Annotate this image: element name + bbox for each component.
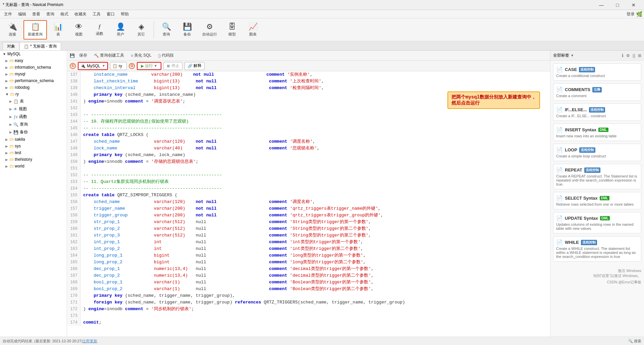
sidebar-item-robodog[interactable]: ▶ 🗃 robodog (0, 84, 67, 91)
menu-view[interactable]: 查看 (30, 10, 43, 18)
snippet-ifelse-title: IF...ELSE... (565, 107, 587, 112)
snippet-update-icon: 📄 (556, 215, 563, 221)
sidebar-root-mysql[interactable]: ▼ MySQL (0, 51, 67, 57)
backup-button[interactable]: 💾 备份 (177, 20, 197, 40)
table-button[interactable]: 📊 表 (48, 20, 68, 40)
snippet-repeat[interactable]: 📄 REPEAT 流程控制 Create A REPEAT construct.… (553, 164, 641, 189)
model-button[interactable]: 🗄 模型 (222, 20, 242, 40)
right-panel: 全部标签 ▼ ℹ ⚙ () ⊞ 📄 CASE 流程控制 Create a con… (550, 51, 644, 337)
save-button[interactable]: 保存 (77, 52, 90, 59)
beautify-button[interactable]: ≡ 美化 SQL (128, 52, 154, 59)
code-line-156: 156 sched_name varchar(120) not null com… (67, 199, 550, 205)
update-link[interactable]: 立即更新 (83, 339, 97, 344)
right-panel-header: 全部标签 ▼ ℹ ⚙ () ⊞ (550, 51, 644, 61)
sidebar-item-ry[interactable]: ▼ 🗃 ry (0, 91, 67, 97)
sidebar-item-test[interactable]: ▶ 🗃 test (0, 149, 67, 156)
snippet-ifelse-tag: 流程控制 (589, 107, 605, 113)
query-button[interactable]: 🔍 查询 (157, 20, 176, 40)
sidebar-item-sakila[interactable]: ▶ 🗃 sakila (0, 136, 67, 143)
sidebar-item-sys[interactable]: ▶ 🗃 sys (0, 143, 67, 149)
info-icon[interactable]: ℹ (622, 53, 624, 58)
other-icon: ◈ (139, 22, 144, 31)
chart-label: 图表 (249, 32, 257, 37)
new-query-button[interactable]: 📋 新建查询 (23, 20, 47, 40)
code-line-158: 158 trigger_group varchar(200) not null … (67, 212, 550, 219)
menu-help[interactable]: 帮助 (118, 10, 131, 18)
tab-query[interactable]: 📋 * 无标题 - 查询 (19, 42, 61, 50)
sidebar-item-mysql[interactable]: ▶ 🗃 mysql (0, 71, 67, 77)
login-text[interactable]: 登录 (627, 11, 635, 17)
panel-expand-icon[interactable]: ⊞ (638, 53, 641, 58)
stop-button[interactable]: ⏹ 停止 (163, 62, 182, 70)
sidebar-functions-label: 函数 (19, 114, 27, 120)
backup-label: 备份 (183, 32, 191, 37)
snippet-insert[interactable]: 📄 INSERT Syntax DML Insert new rows into… (553, 124, 641, 141)
function-button[interactable]: ƒ 函数 (90, 20, 109, 40)
snippet-repeat-desc: Create A REPEAT construct. The Statement… (556, 174, 638, 186)
maximize-button[interactable]: □ (610, 0, 625, 10)
code-line-169: 169 bool_prop_2 varchar(1) null comment … (67, 286, 550, 292)
db-selector[interactable]: 🔌 MySQL ▼ (78, 62, 108, 70)
sidebar-queries-label: 查询 (20, 122, 28, 127)
close-button[interactable]: ✕ (626, 0, 641, 10)
sidebar-item-easy[interactable]: ▶ 🗃 easy (0, 57, 67, 64)
run-dropdown-icon: ▼ (154, 64, 157, 68)
menu-favorites[interactable]: 收藏夹 (72, 10, 89, 18)
menu-query[interactable]: 查询 (44, 10, 57, 18)
snippet-ifelse-icon: 📄 (556, 107, 563, 113)
snippet-select[interactable]: 📄 SELECT Syntax DML Retrieve rows select… (553, 192, 641, 209)
tab-object[interactable]: 对象 (3, 42, 19, 50)
user-button[interactable]: 👤 用户 (111, 20, 130, 40)
csdn-attribution: CSDN @Error记事板 (553, 280, 641, 285)
sidebar-item-performance-schema[interactable]: ▶ 🗃 performance_schema (0, 77, 67, 84)
snippet-insert-title: INSERT Syntax (565, 127, 596, 132)
snippet-comments[interactable]: 📄 COMMENTS 注释 Create a comment (553, 83, 641, 101)
other-button[interactable]: ◈ 其它 (131, 20, 151, 40)
snippet-case-desc: Create a conditional construct (556, 74, 638, 78)
view-button[interactable]: 👁 视图 (69, 20, 89, 40)
sidebar-item-tables[interactable]: ▶ 📋 表 (0, 97, 67, 105)
sidebar-item-information-schema[interactable]: ▶ 🗃 information_schema (0, 64, 67, 71)
sidebar-backups-label: 备份 (20, 129, 28, 135)
explain-button[interactable]: 🔗 解释 (184, 62, 205, 70)
query-build-button[interactable]: 🔨 查询创建工具 (92, 52, 126, 59)
sidebar-item-views[interactable]: ▶ 👁 视图 (0, 105, 67, 113)
menu-edit[interactable]: 编辑 (15, 10, 29, 18)
snippet-loop-desc: Create a simple loop construct (556, 154, 638, 158)
user-label: 用户 (117, 32, 124, 37)
snippet-case[interactable]: 📄 CASE 流程控制 Create a conditional constru… (553, 63, 641, 81)
schema-selector[interactable]: 📋 ry (110, 62, 127, 70)
connect-button[interactable]: 🔌 连接 (3, 20, 22, 40)
minimize-button[interactable]: — (594, 0, 609, 10)
snippet-ifelse[interactable]: 📄 IF...ELSE... 流程控制 Create a IF...ELSE..… (553, 104, 641, 121)
search-icon[interactable]: 🔍 搜索 (628, 339, 641, 344)
settings-icon[interactable]: ⚙ (626, 53, 630, 58)
snippet-button[interactable]: () 代码段 (156, 52, 176, 59)
sidebar-item-backups[interactable]: ▶ 💾 备份 (0, 128, 67, 136)
code-line-141: 141 ) engine=innodb comment = '调度器状态表'; (67, 98, 550, 105)
auto-run-button[interactable]: ⚙ 自动运行 (198, 20, 221, 40)
snippet-update[interactable]: 📄 UPDATE Syntax DML Updates columns of e… (553, 212, 641, 233)
code-line-153: 153 -- 11、Quartz集群实现同步机制的行锁表 (67, 179, 550, 185)
status-text: 自动完成代码结束. (最后更新: 2021-12-20 20:27) (3, 339, 83, 344)
menu-tools[interactable]: 工具 (90, 10, 103, 18)
snippet-loop[interactable]: 📄 LOOP 流程控制 Create a simple loop constru… (553, 144, 641, 161)
right-panel-content: 📄 CASE 流程控制 Create a conditional constru… (550, 61, 644, 337)
sidebar-item-functions[interactable]: ▶ ƒx 函数 (0, 113, 67, 121)
snippet-while[interactable]: 📄 WHILE 流程控制 Create a WHILE construct. T… (553, 236, 641, 262)
app-title: * 无标题 - 查询 - Navicat Premium (3, 2, 63, 8)
menu-window[interactable]: 窗口 (104, 10, 117, 18)
sidebar-item-world[interactable]: ▶ 🗃 world (0, 163, 67, 169)
run-button[interactable]: ▶ 运行 ▼ (137, 62, 161, 70)
brackets-icon[interactable]: () (633, 53, 635, 58)
snippet-case-icon: 📄 (556, 66, 563, 73)
code-editor[interactable]: 把两个mysql数据分别放入新建查询中，然后点击运行 137 instance_… (67, 71, 550, 337)
menu-format[interactable]: 格式 (58, 10, 71, 18)
sidebar-item-queries[interactable]: ▶ 🔍 查询 (0, 121, 67, 128)
menu-file[interactable]: 文件 (1, 10, 15, 18)
chart-button[interactable]: 📈 图表 (243, 20, 263, 40)
sidebar-item-thehistory[interactable]: ▶ 🗃 thehistory (0, 156, 67, 163)
snippet-loop-tag: 流程控制 (579, 147, 595, 153)
tab-query-label: * 无标题 - 查询 (30, 44, 57, 49)
mysql-root-label: MySQL (7, 52, 21, 56)
